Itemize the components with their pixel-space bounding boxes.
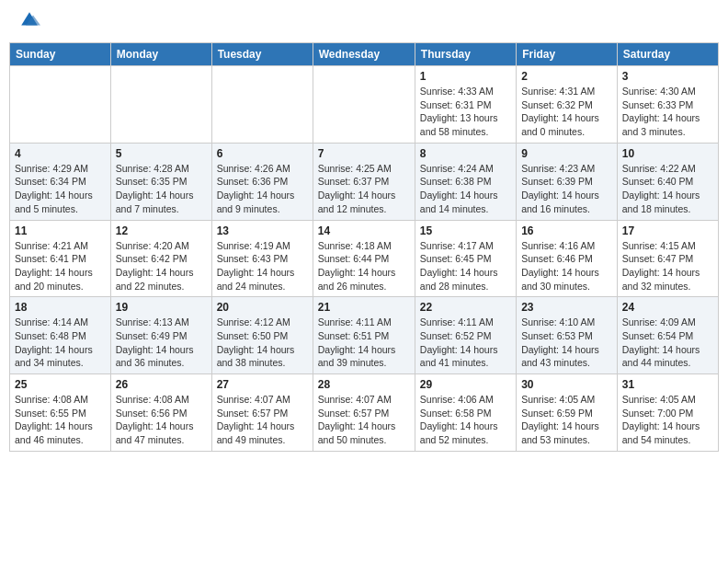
- day-number: 9: [521, 147, 612, 160]
- day-info: Sunrise: 4:14 AM Sunset: 6:48 PM Dayligh…: [15, 316, 106, 370]
- calendar-cell: 25Sunrise: 4:08 AM Sunset: 6:55 PM Dayli…: [10, 374, 111, 452]
- weekday-header-cell: Thursday: [415, 43, 516, 66]
- calendar-cell: 4Sunrise: 4:29 AM Sunset: 6:34 PM Daylig…: [10, 143, 111, 220]
- calendar-cell: 22Sunrise: 4:11 AM Sunset: 6:52 PM Dayli…: [415, 297, 516, 374]
- day-info: Sunrise: 4:26 AM Sunset: 6:36 PM Dayligh…: [217, 162, 308, 216]
- day-number: 18: [15, 301, 106, 314]
- day-number: 13: [217, 224, 308, 237]
- day-info: Sunrise: 4:23 AM Sunset: 6:39 PM Dayligh…: [521, 162, 612, 216]
- day-number: 11: [15, 224, 106, 237]
- calendar-cell: 23Sunrise: 4:10 AM Sunset: 6:53 PM Dayli…: [517, 297, 618, 374]
- calendar-cell: 18Sunrise: 4:14 AM Sunset: 6:48 PM Dayli…: [10, 297, 111, 374]
- day-info: Sunrise: 4:28 AM Sunset: 6:35 PM Dayligh…: [116, 162, 207, 216]
- day-number: 20: [217, 301, 308, 314]
- weekday-header-cell: Wednesday: [313, 43, 415, 66]
- day-number: 16: [521, 224, 612, 237]
- day-info: Sunrise: 4:24 AM Sunset: 6:38 PM Dayligh…: [420, 162, 511, 216]
- calendar-cell: 14Sunrise: 4:18 AM Sunset: 6:44 PM Dayli…: [313, 220, 415, 297]
- day-info: Sunrise: 4:22 AM Sunset: 6:40 PM Dayligh…: [622, 162, 713, 216]
- calendar-cell: 3Sunrise: 4:30 AM Sunset: 6:33 PM Daylig…: [617, 66, 718, 144]
- calendar-cell: 20Sunrise: 4:12 AM Sunset: 6:50 PM Dayli…: [211, 297, 313, 374]
- day-number: 28: [318, 378, 410, 391]
- day-number: 19: [116, 301, 207, 314]
- calendar-cell: 24Sunrise: 4:09 AM Sunset: 6:54 PM Dayli…: [617, 297, 718, 374]
- calendar-cell: 11Sunrise: 4:21 AM Sunset: 6:41 PM Dayli…: [10, 220, 111, 297]
- day-info: Sunrise: 4:18 AM Sunset: 6:44 PM Dayligh…: [318, 239, 410, 293]
- weekday-header-cell: Saturday: [617, 43, 718, 66]
- day-info: Sunrise: 4:31 AM Sunset: 6:32 PM Dayligh…: [521, 85, 612, 139]
- calendar-cell: 15Sunrise: 4:17 AM Sunset: 6:45 PM Dayli…: [415, 220, 516, 297]
- day-number: 7: [318, 147, 410, 160]
- calendar-cell: 7Sunrise: 4:25 AM Sunset: 6:37 PM Daylig…: [313, 143, 415, 220]
- calendar-cell: 21Sunrise: 4:11 AM Sunset: 6:51 PM Dayli…: [313, 297, 415, 374]
- calendar-cell: 9Sunrise: 4:23 AM Sunset: 6:39 PM Daylig…: [517, 143, 618, 220]
- calendar-cell: [10, 66, 111, 144]
- calendar-cell: 5Sunrise: 4:28 AM Sunset: 6:35 PM Daylig…: [110, 143, 211, 220]
- calendar-cell: 16Sunrise: 4:16 AM Sunset: 6:46 PM Dayli…: [517, 220, 618, 297]
- calendar-cell: [313, 66, 415, 144]
- calendar-cell: 13Sunrise: 4:19 AM Sunset: 6:43 PM Dayli…: [211, 220, 313, 297]
- day-number: 17: [622, 224, 713, 237]
- day-number: 30: [521, 378, 612, 391]
- day-number: 3: [622, 70, 713, 83]
- day-number: 12: [116, 224, 207, 237]
- day-number: 4: [15, 147, 106, 160]
- day-number: 29: [420, 378, 511, 391]
- calendar-cell: 27Sunrise: 4:07 AM Sunset: 6:57 PM Dayli…: [211, 374, 313, 452]
- calendar-cell: 12Sunrise: 4:20 AM Sunset: 6:42 PM Dayli…: [110, 220, 211, 297]
- day-info: Sunrise: 4:13 AM Sunset: 6:49 PM Dayligh…: [116, 316, 207, 370]
- day-number: 5: [116, 147, 207, 160]
- day-number: 25: [15, 378, 106, 391]
- day-number: 26: [116, 378, 207, 391]
- calendar-cell: 30Sunrise: 4:05 AM Sunset: 6:59 PM Dayli…: [517, 374, 618, 452]
- day-info: Sunrise: 4:05 AM Sunset: 6:59 PM Dayligh…: [521, 393, 612, 447]
- day-info: Sunrise: 4:29 AM Sunset: 6:34 PM Dayligh…: [15, 162, 106, 216]
- weekday-header-cell: Tuesday: [211, 43, 313, 66]
- day-info: Sunrise: 4:15 AM Sunset: 6:47 PM Dayligh…: [622, 239, 713, 293]
- day-number: 31: [622, 378, 713, 391]
- calendar-week-row: 11Sunrise: 4:21 AM Sunset: 6:41 PM Dayli…: [10, 220, 719, 297]
- day-info: Sunrise: 4:05 AM Sunset: 7:00 PM Dayligh…: [622, 393, 713, 447]
- day-number: 27: [217, 378, 308, 391]
- logo-icon: [18, 9, 40, 31]
- day-info: Sunrise: 4:16 AM Sunset: 6:46 PM Dayligh…: [521, 239, 612, 293]
- calendar-cell: 17Sunrise: 4:15 AM Sunset: 6:47 PM Dayli…: [617, 220, 718, 297]
- calendar-week-row: 25Sunrise: 4:08 AM Sunset: 6:55 PM Dayli…: [10, 374, 719, 452]
- day-number: 2: [521, 70, 612, 83]
- day-info: Sunrise: 4:07 AM Sunset: 6:57 PM Dayligh…: [217, 393, 308, 447]
- day-number: 22: [420, 301, 511, 314]
- calendar-cell: 29Sunrise: 4:06 AM Sunset: 6:58 PM Dayli…: [415, 374, 516, 452]
- day-info: Sunrise: 4:08 AM Sunset: 6:56 PM Dayligh…: [116, 393, 207, 447]
- day-number: 10: [622, 147, 713, 160]
- day-number: 15: [420, 224, 511, 237]
- calendar-cell: 26Sunrise: 4:08 AM Sunset: 6:56 PM Dayli…: [110, 374, 211, 452]
- calendar-cell: 28Sunrise: 4:07 AM Sunset: 6:57 PM Dayli…: [313, 374, 415, 452]
- day-info: Sunrise: 4:17 AM Sunset: 6:45 PM Dayligh…: [420, 239, 511, 293]
- calendar-cell: 31Sunrise: 4:05 AM Sunset: 7:00 PM Dayli…: [617, 374, 718, 452]
- day-info: Sunrise: 4:11 AM Sunset: 6:52 PM Dayligh…: [420, 316, 511, 370]
- day-info: Sunrise: 4:08 AM Sunset: 6:55 PM Dayligh…: [15, 393, 106, 447]
- calendar-body: 1Sunrise: 4:33 AM Sunset: 6:31 PM Daylig…: [10, 66, 719, 452]
- calendar-cell: 6Sunrise: 4:26 AM Sunset: 6:36 PM Daylig…: [211, 143, 313, 220]
- day-number: 6: [217, 147, 308, 160]
- day-info: Sunrise: 4:33 AM Sunset: 6:31 PM Dayligh…: [420, 85, 511, 139]
- day-info: Sunrise: 4:09 AM Sunset: 6:54 PM Dayligh…: [622, 316, 713, 370]
- weekday-header-cell: Friday: [517, 43, 618, 66]
- day-info: Sunrise: 4:25 AM Sunset: 6:37 PM Dayligh…: [318, 162, 410, 216]
- calendar-week-row: 18Sunrise: 4:14 AM Sunset: 6:48 PM Dayli…: [10, 297, 719, 374]
- calendar-table: SundayMondayTuesdayWednesdayThursdayFrid…: [9, 42, 719, 452]
- day-info: Sunrise: 4:12 AM Sunset: 6:50 PM Dayligh…: [217, 316, 308, 370]
- weekday-header-row: SundayMondayTuesdayWednesdayThursdayFrid…: [10, 43, 719, 66]
- day-info: Sunrise: 4:06 AM Sunset: 6:58 PM Dayligh…: [420, 393, 511, 447]
- weekday-header-cell: Sunday: [10, 43, 111, 66]
- calendar-cell: [110, 66, 211, 144]
- calendar-cell: 10Sunrise: 4:22 AM Sunset: 6:40 PM Dayli…: [617, 143, 718, 220]
- day-info: Sunrise: 4:19 AM Sunset: 6:43 PM Dayligh…: [217, 239, 308, 293]
- day-number: 1: [420, 70, 511, 83]
- day-number: 8: [420, 147, 511, 160]
- day-info: Sunrise: 4:07 AM Sunset: 6:57 PM Dayligh…: [318, 393, 410, 447]
- day-info: Sunrise: 4:11 AM Sunset: 6:51 PM Dayligh…: [318, 316, 410, 370]
- day-number: 23: [521, 301, 612, 314]
- day-info: Sunrise: 4:21 AM Sunset: 6:41 PM Dayligh…: [15, 239, 106, 293]
- calendar-cell: 8Sunrise: 4:24 AM Sunset: 6:38 PM Daylig…: [415, 143, 516, 220]
